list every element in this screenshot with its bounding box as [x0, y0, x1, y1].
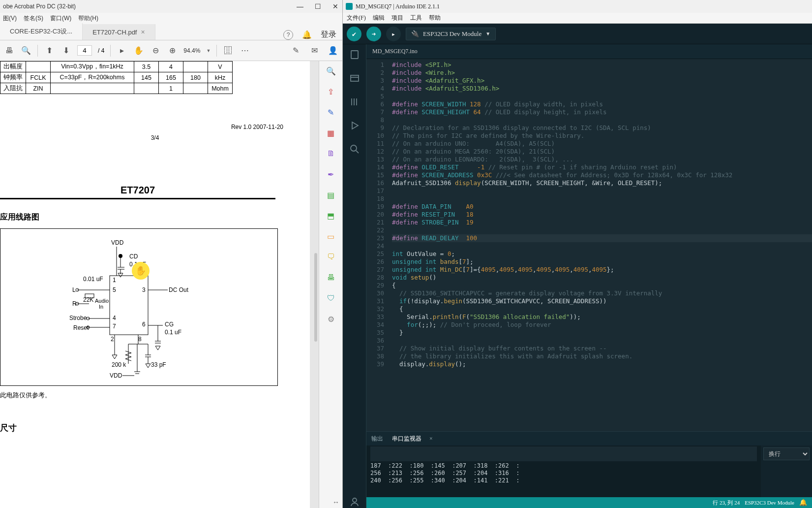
- table-cell: C=33pF，R=200kohms: [51, 72, 134, 83]
- print-prod-icon[interactable]: 🖶: [325, 272, 337, 284]
- shield-icon[interactable]: 🛡: [325, 292, 337, 304]
- minimize-button[interactable]: —: [296, 2, 304, 10]
- circuit-diagram: 1 5 4 7 2 3 6 8 VDD CD: [0, 228, 278, 386]
- cursor-highlight: ✋: [132, 262, 150, 280]
- menu-help[interactable]: 帮助(H): [78, 14, 98, 23]
- arduino-titlebar: MD_MSGEQ7 | Arduino IDE 2.1.1: [343, 0, 812, 13]
- arduino-title: MD_MSGEQ7 | Arduino IDE 2.1.1: [356, 3, 440, 10]
- pdf-pagenum: 3/4: [0, 134, 310, 141]
- account-icon[interactable]: [348, 495, 361, 508]
- acrobat-toolbar: 🖶 🔍 ⬆ ⬇ / 4 ▸ ✋ ⊖ ⊕ 94.4% ▼ ⿲ ⋯ ✎ ✉ 👤: [0, 40, 342, 61]
- menu-view[interactable]: 图(V): [3, 14, 17, 23]
- mail-icon[interactable]: ✉: [309, 45, 320, 56]
- page-display-icon[interactable]: ⿲: [223, 45, 234, 56]
- line-ending-select[interactable]: 换行: [763, 447, 810, 460]
- svg-text:CG: CG: [165, 321, 174, 328]
- table-cell: Mohm: [208, 83, 233, 94]
- serial-input[interactable]: [370, 446, 757, 461]
- sketchbook-icon[interactable]: [348, 48, 361, 61]
- svg-text:DC Out: DC Out: [169, 286, 189, 293]
- zoom-out-icon[interactable]: ⊖: [150, 45, 161, 56]
- acrobat-tabbar: CORE-ESP32-C3设... ET7207-CH.pdf × ? 🔔 登录: [0, 24, 342, 40]
- tab-output[interactable]: 输出: [370, 433, 384, 445]
- page-total: / 4: [98, 47, 104, 54]
- pen-icon[interactable]: ✎: [290, 45, 301, 56]
- bell-icon[interactable]: 🔔: [799, 499, 807, 507]
- svg-text:0.1 uF: 0.1 uF: [165, 329, 181, 336]
- search-icon[interactable]: 🔍: [21, 45, 31, 56]
- sign-icon[interactable]: ✒: [325, 168, 337, 180]
- upload-button[interactable]: ➜: [366, 27, 381, 41]
- create-pdf-icon[interactable]: ▦: [325, 127, 337, 139]
- chevron-down-icon[interactable]: ▼: [206, 48, 211, 53]
- comment-icon[interactable]: 🗎: [325, 148, 337, 159]
- table-cell: Vin=0.3Vpp，fin=1kHz: [51, 62, 134, 72]
- document-area[interactable]: 出幅度 Vin=0.3Vpp，fin=1kHz 3.5 4 V 钟频率 FCLK…: [0, 61, 319, 508]
- share-icon[interactable]: 👤: [328, 45, 338, 56]
- edit-pdf-icon[interactable]: ✎: [325, 106, 337, 118]
- organize-icon[interactable]: ▤: [325, 189, 337, 201]
- menu-edit[interactable]: 编辑: [373, 14, 385, 22]
- close-button[interactable]: ✕: [331, 2, 339, 10]
- code-area[interactable]: #include <SPI.h>#include <Wire.h>#includ…: [389, 59, 812, 431]
- tab-close-icon[interactable]: ×: [141, 28, 145, 36]
- tab-serial-monitor[interactable]: 串口监视器: [391, 433, 422, 445]
- boards-icon[interactable]: [348, 72, 361, 85]
- pdf-note: 此电路仅供参考。: [0, 391, 310, 400]
- bottom-panel: 输出 串口监视器 × 187 :222 :180 :145 :207 :318 …: [366, 431, 812, 497]
- code-editor[interactable]: 1234567891011121314151617181920212223242…: [366, 59, 812, 431]
- tab-label: CORE-ESP32-C3设...: [10, 27, 72, 36]
- svg-text:7: 7: [113, 323, 116, 330]
- editor-tab[interactable]: MD_MSGEQ7.ino: [366, 44, 812, 59]
- menu-window[interactable]: 窗口(W): [50, 14, 71, 23]
- table-cell: 入阻抗: [0, 83, 26, 94]
- menu-help[interactable]: 帮助: [429, 14, 441, 22]
- acrobat-menubar: 图(V) 签名(S) 窗口(W) 帮助(H): [0, 13, 342, 24]
- page-input[interactable]: [77, 45, 92, 56]
- compress-icon[interactable]: ⬒: [325, 210, 337, 222]
- more-tools-icon[interactable]: ⚙: [325, 313, 337, 325]
- panel-close-icon[interactable]: ×: [429, 435, 433, 443]
- scrollbar-thumb[interactable]: [314, 253, 317, 342]
- maximize-button[interactable]: ☐: [314, 2, 322, 10]
- select-tool-icon[interactable]: ▸: [117, 45, 127, 56]
- board-selector[interactable]: 🔌 ESP32C3 Dev Module ▼: [406, 28, 496, 40]
- svg-text:2: 2: [111, 336, 114, 343]
- label-vdd: VDD: [111, 239, 124, 246]
- redact-icon[interactable]: ▭: [325, 230, 337, 242]
- zoom-level[interactable]: 94.4%: [183, 47, 200, 54]
- acrobat-window: obe Acrobat Pro DC (32-bit) — ☐ ✕ 图(V) 签…: [0, 0, 343, 508]
- pdf-section2: 尺寸: [0, 422, 310, 434]
- debug-icon[interactable]: [348, 119, 361, 132]
- export-pdf-icon[interactable]: ⇪: [325, 86, 337, 97]
- table-cell: [26, 62, 51, 72]
- login-button[interactable]: 登录: [321, 30, 336, 40]
- table-cell: V: [208, 62, 233, 72]
- rail-expand-icon[interactable]: ↔: [332, 498, 339, 506]
- tab-core-esp32[interactable]: CORE-ESP32-C3设...: [0, 23, 83, 40]
- verify-button[interactable]: ✔: [347, 27, 361, 41]
- menu-tools[interactable]: 工具: [410, 14, 422, 22]
- library-icon[interactable]: [348, 95, 361, 108]
- arduino-menubar: 文件(F) 编辑 项目 工具 帮助: [343, 13, 812, 24]
- svg-marker-43: [155, 346, 160, 350]
- protect-icon[interactable]: 🗨: [325, 251, 337, 263]
- search-icon[interactable]: [348, 143, 361, 156]
- table-cell: 145: [134, 72, 159, 83]
- menu-sign[interactable]: 签名(S): [24, 14, 43, 23]
- more-icon[interactable]: ⋯: [240, 45, 250, 56]
- zoom-in-icon[interactable]: ⊕: [167, 45, 178, 56]
- debug-button[interactable]: ▸: [386, 27, 401, 41]
- menu-file[interactable]: 文件(F): [347, 14, 366, 22]
- search-icon[interactable]: 🔍: [325, 65, 337, 77]
- print-icon[interactable]: 🖶: [4, 45, 15, 56]
- menu-sketch[interactable]: 项目: [391, 14, 403, 22]
- page-up-icon[interactable]: ⬆: [44, 45, 55, 56]
- tab-et7207[interactable]: ET7207-CH.pdf ×: [83, 24, 155, 40]
- help-icon[interactable]: ?: [283, 30, 293, 40]
- hand-tool-icon[interactable]: ✋: [133, 45, 144, 56]
- pdf-title: ET7207: [0, 185, 275, 199]
- table-cell: 165: [159, 72, 183, 83]
- page-down-icon[interactable]: ⬇: [60, 45, 71, 56]
- bell-icon[interactable]: 🔔: [302, 30, 312, 39]
